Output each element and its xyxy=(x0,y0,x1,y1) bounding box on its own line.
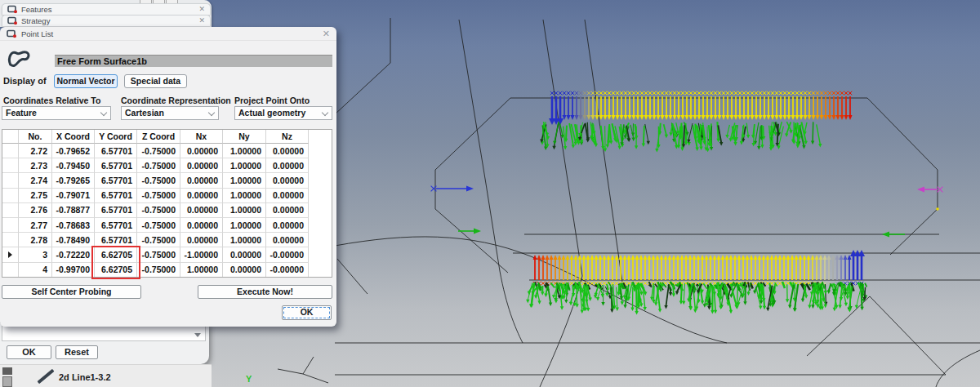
table-cell[interactable]: -1.00000 xyxy=(180,247,223,262)
table-cell[interactable]: 6.57701 xyxy=(95,158,137,173)
table-cell[interactable]: -0.75000 xyxy=(137,144,180,158)
ok-button[interactable]: OK xyxy=(7,345,51,359)
dropdown-value: Feature xyxy=(6,108,37,118)
table-cell[interactable]: 1.00000 xyxy=(223,218,266,233)
feature-name-field[interactable]: Free Form Surface1b xyxy=(55,55,332,67)
table-cell[interactable]: 0.00000 xyxy=(180,218,223,233)
y-axis-label: Y xyxy=(246,374,252,384)
table-cell[interactable]: 2.77 xyxy=(19,218,52,233)
table-cell[interactable]: -0.00000 xyxy=(266,263,309,278)
table-cell[interactable]: 0.00000 xyxy=(223,247,266,262)
coord-representation-label: Coordinate Representation xyxy=(121,96,231,105)
table-cell[interactable]: 0.00000 xyxy=(180,233,223,247)
table-cell[interactable]: -0.75000 xyxy=(137,173,180,188)
table-cell[interactable]: 6.57701 xyxy=(95,203,137,218)
table-cell[interactable]: 0.00000 xyxy=(266,189,309,203)
green-direction-arrow-right xyxy=(882,232,905,238)
table-cell[interactable]: 0.00000 xyxy=(180,158,223,173)
project-point-label: Project Point Onto xyxy=(234,96,310,105)
table-cell[interactable]: 0.00000 xyxy=(180,173,223,188)
table-cell[interactable]: 1.00000 xyxy=(223,189,266,203)
special-data-button[interactable]: Special data xyxy=(124,74,187,88)
table-cell[interactable]: -0.78683 xyxy=(52,218,95,233)
row-marker-cell xyxy=(2,218,19,233)
column-header: No. xyxy=(19,130,52,144)
table-cell[interactable]: 6.57701 xyxy=(95,218,137,233)
table-cell[interactable]: 0.00000 xyxy=(266,233,309,247)
point-table-body[interactable]: 2.72-0.796526.57701-0.750000.000001.0000… xyxy=(2,144,332,278)
table-cell[interactable]: 0.00000 xyxy=(180,189,223,203)
table-cell[interactable]: 2.75 xyxy=(19,189,52,203)
scroll-down-icon[interactable] xyxy=(194,333,201,340)
table-cell[interactable]: 0.00000 xyxy=(180,144,223,158)
table-cell[interactable]: -0.79071 xyxy=(52,189,95,203)
table-cell[interactable]: 6.57701 xyxy=(95,144,137,158)
table-cell[interactable]: 0.00000 xyxy=(180,203,223,218)
table-cell[interactable]: 1.00000 xyxy=(223,144,266,158)
coords-relative-dropdown[interactable]: Feature xyxy=(2,106,111,120)
close-icon[interactable]: ✕ xyxy=(323,29,330,39)
table-cell[interactable]: 0.00000 xyxy=(266,173,309,188)
features-panel-bar[interactable]: Features ✕ xyxy=(2,3,211,15)
table-cell[interactable]: 2.73 xyxy=(19,158,52,173)
table-cell[interactable]: -0.75000 xyxy=(137,218,180,233)
table-cell[interactable]: 2.76 xyxy=(19,203,52,218)
table-cell[interactable]: 4 xyxy=(19,263,52,278)
table-cell[interactable]: -0.79265 xyxy=(52,173,95,188)
table-cell[interactable]: -0.72220 xyxy=(52,247,95,262)
table-cell[interactable]: 1.00000 xyxy=(223,233,266,247)
marker-header-cell xyxy=(2,130,19,144)
table-cell[interactable]: -0.75000 xyxy=(137,263,180,278)
column-header: Nx xyxy=(180,130,223,144)
table-cell[interactable]: -0.75000 xyxy=(137,158,180,173)
table-cell[interactable]: 0.00000 xyxy=(266,144,309,158)
table-cell[interactable]: 0.00000 xyxy=(223,263,266,278)
table-cell[interactable]: 0.00000 xyxy=(266,218,309,233)
table-cell[interactable]: 1.00000 xyxy=(180,263,223,278)
normal-vector-button[interactable]: Normal Vector xyxy=(54,74,118,88)
execute-now-button[interactable]: Execute Now! xyxy=(198,285,332,299)
table-cell[interactable]: 6.57701 xyxy=(95,173,137,188)
selected-row-marker-icon xyxy=(8,251,12,258)
point-list-title-bar[interactable]: Point List ✕ xyxy=(0,27,336,41)
freeform-surface-icon xyxy=(7,47,31,73)
table-cell[interactable]: 1.00000 xyxy=(223,203,266,218)
table-cell[interactable]: -0.78877 xyxy=(52,203,95,218)
table-cell[interactable]: -0.78490 xyxy=(52,233,95,247)
table-cell[interactable]: 0.00000 xyxy=(266,158,309,173)
table-cell[interactable]: 2.74 xyxy=(19,173,52,188)
table-cell[interactable]: 1.00000 xyxy=(223,158,266,173)
toolbar-tile-icon[interactable] xyxy=(2,376,12,387)
table-cell[interactable]: -0.79652 xyxy=(52,144,95,158)
coords-relative-label: Coordinates Relative To xyxy=(3,96,100,105)
chevron-down-icon xyxy=(208,109,215,116)
point-table[interactable]: No.X CoordY CoordZ CoordNxNyNz 2.72-0.79… xyxy=(2,129,332,278)
project-point-dropdown[interactable]: Actual geometry xyxy=(234,106,332,120)
table-cell[interactable]: 0.00000 xyxy=(266,203,309,218)
table-cell[interactable]: 3 xyxy=(19,247,52,262)
table-cell[interactable]: -0.75000 xyxy=(137,189,180,203)
strategy-panel-bar[interactable]: Strategy ✕ xyxy=(2,15,211,26)
close-icon[interactable]: ✕ xyxy=(198,6,205,13)
row-marker-cell xyxy=(2,189,19,203)
reset-button[interactable]: Reset xyxy=(56,345,98,359)
table-cell[interactable]: 2.78 xyxy=(19,233,52,247)
ok-button[interactable]: OK xyxy=(282,305,332,320)
point-list-panel-icon xyxy=(7,29,17,38)
table-cell[interactable]: -0.00000 xyxy=(266,247,309,262)
table-cell[interactable]: -0.99700 xyxy=(52,263,95,278)
strategy-panel-icon xyxy=(7,16,18,25)
table-cell[interactable]: -0.75000 xyxy=(137,233,180,247)
toolbar-tile-icon[interactable] xyxy=(2,367,12,375)
table-cell[interactable]: 2.72 xyxy=(19,144,52,158)
table-cell[interactable]: 6.57701 xyxy=(95,189,137,203)
table-cell[interactable]: -0.75000 xyxy=(137,203,180,218)
table-cell[interactable]: -0.75000 xyxy=(137,247,180,262)
coord-representation-dropdown[interactable]: Cartesian xyxy=(121,106,219,120)
column-header: X Coord xyxy=(52,130,95,144)
close-icon[interactable]: ✕ xyxy=(198,17,205,24)
self-center-probing-button[interactable]: Self Center Probing xyxy=(2,285,141,299)
table-cell[interactable]: 1.00000 xyxy=(223,173,266,188)
point-table-header: No.X CoordY CoordZ CoordNxNyNz xyxy=(2,130,332,144)
table-cell[interactable]: -0.79450 xyxy=(52,158,95,173)
